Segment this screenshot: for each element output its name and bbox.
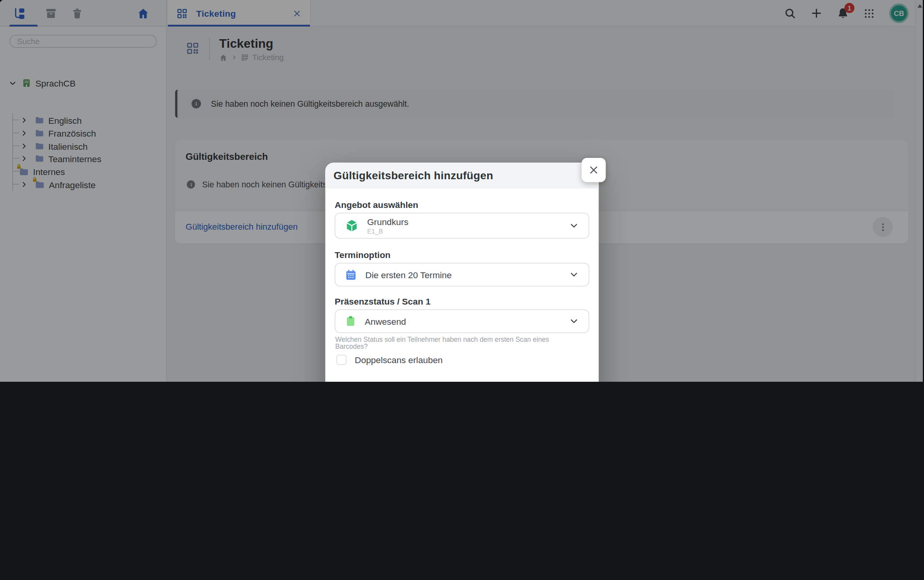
double-scan-checkbox-row[interactable]: Doppelscans erlauben	[336, 355, 443, 365]
presence-status-value: Anwesend	[365, 316, 406, 326]
presence-status-select[interactable]: Anwesend	[335, 310, 589, 333]
offer-sub: E1_B	[367, 227, 408, 235]
package-icon	[345, 219, 359, 233]
modal-header: Gültigkeitsbereich hinzufügen	[325, 163, 599, 189]
chevron-down-icon	[569, 316, 579, 326]
modal-close-button[interactable]	[581, 158, 606, 182]
add-validity-scope-modal: Gültigkeitsbereich hinzufügen Angebot au…	[325, 163, 599, 382]
checkbox-label: Doppelscans erlauben	[355, 355, 443, 365]
presence-status-label: Präsenzstatus / Scan 1	[335, 296, 431, 306]
term-option-value: Die ersten 20 Termine	[365, 270, 452, 280]
modal-title: Gültigkeitsbereich hinzufügen	[334, 169, 493, 182]
checkbox[interactable]	[336, 355, 346, 365]
offer-value: Grundkurs	[367, 216, 408, 227]
close-icon	[588, 164, 599, 176]
chevron-down-icon	[569, 220, 579, 231]
calendar-icon	[345, 268, 357, 281]
offer-select[interactable]: Grundkurs E1_B	[335, 213, 589, 239]
presence-status-help: Welchen Status soll ein Teilnehmer haben…	[335, 336, 583, 350]
clipboard-icon	[345, 315, 356, 327]
term-option-label: Terminoption	[335, 250, 391, 260]
screen: Ticketing 1	[0, 0, 924, 382]
term-option-select[interactable]: Die ersten 20 Termine	[335, 263, 589, 287]
chevron-down-icon	[569, 269, 579, 280]
offer-label: Angebot auswählen	[335, 200, 418, 210]
